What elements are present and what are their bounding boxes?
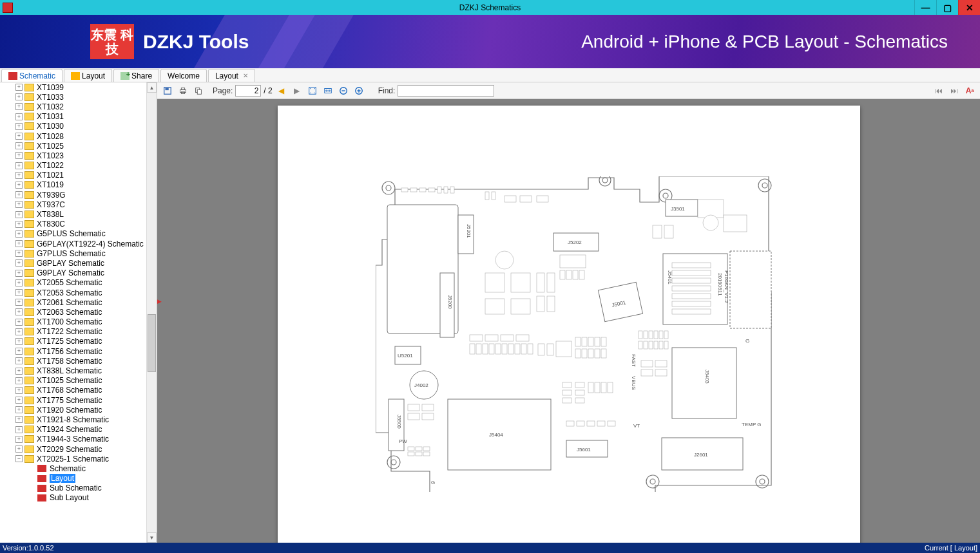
expand-icon[interactable]: + xyxy=(15,93,23,100)
tree-item[interactable]: +G7PLUS Schematic xyxy=(0,248,146,258)
tree-item[interactable]: +XT838L xyxy=(0,209,146,219)
print-button[interactable] xyxy=(177,84,189,97)
expand-icon[interactable]: + xyxy=(15,162,23,169)
tree-child-item[interactable]: Layout xyxy=(0,474,146,483)
tree-item[interactable]: +XT1025 Schematic xyxy=(0,376,146,386)
expand-icon[interactable]: + xyxy=(15,289,23,296)
tree-item[interactable]: +XT2053 Schematic xyxy=(0,288,146,297)
tree-item[interactable]: +XT1921-8 Schematic xyxy=(0,415,146,424)
tree-item[interactable]: +XT1030 xyxy=(0,122,146,131)
expand-icon[interactable]: + xyxy=(15,426,23,433)
tree-item[interactable]: +XT1725 Schematic xyxy=(0,337,146,346)
expand-icon[interactable]: + xyxy=(15,259,23,267)
collapse-icon[interactable]: − xyxy=(15,455,23,462)
tree-item[interactable]: +XT1924 Schematic xyxy=(0,425,146,435)
scroll-down-button[interactable]: ▼ xyxy=(147,532,157,543)
prev-page-button[interactable]: ◀ xyxy=(275,84,288,97)
zoom-in-button[interactable] xyxy=(352,84,365,97)
expand-icon[interactable]: + xyxy=(15,230,23,238)
expand-icon[interactable]: + xyxy=(15,338,23,345)
fit-page-button[interactable] xyxy=(306,84,319,97)
tab-schematic[interactable]: Schematic xyxy=(1,69,62,82)
expand-icon[interactable]: + xyxy=(15,142,23,149)
scroll-up-button[interactable]: ▲ xyxy=(147,82,157,93)
page-input[interactable] xyxy=(235,85,261,97)
expand-icon[interactable]: + xyxy=(15,152,23,159)
text-tool-button[interactable]: Aa xyxy=(963,84,976,97)
expand-icon[interactable]: + xyxy=(15,377,23,384)
minimize-button[interactable]: — xyxy=(914,0,936,15)
tree-item[interactable]: +XT1756 Schematic xyxy=(0,346,146,356)
expand-icon[interactable]: + xyxy=(15,240,23,247)
tree-item[interactable]: −XT2025-1 Schematic xyxy=(0,454,146,464)
expand-icon[interactable]: + xyxy=(15,250,23,257)
tree-item[interactable]: +XT1920 Schematic xyxy=(0,405,146,415)
tree-item[interactable]: +XT2029 Schematic xyxy=(0,444,146,454)
splitter-handle[interactable] xyxy=(157,296,161,304)
tree-item[interactable]: +XT1775 Schematic xyxy=(0,395,146,405)
tree-item[interactable]: +XT1025 xyxy=(0,141,146,151)
copy-button[interactable] xyxy=(192,84,205,97)
tab-layout-doc[interactable]: Layout✕ xyxy=(208,69,255,82)
expand-icon[interactable]: + xyxy=(15,279,23,286)
expand-icon[interactable]: + xyxy=(15,308,23,315)
tree-child-item[interactable]: Schematic xyxy=(0,464,146,473)
tree-item[interactable]: +XT2063 Schematic xyxy=(0,307,146,317)
close-button[interactable]: ✕ xyxy=(958,0,980,15)
expand-icon[interactable]: + xyxy=(15,319,23,326)
tree-item[interactable]: +XT1032 xyxy=(0,102,146,111)
expand-icon[interactable]: + xyxy=(15,84,23,91)
zoom-out-button[interactable] xyxy=(337,84,350,97)
tree-item[interactable]: +XT1033 xyxy=(0,92,146,102)
find-input[interactable] xyxy=(398,85,494,97)
expand-icon[interactable]: + xyxy=(15,397,23,404)
expand-icon[interactable]: + xyxy=(15,436,23,443)
tree-item[interactable]: +XT1722 Schematic xyxy=(0,327,146,337)
tree-item[interactable]: +G9PLAY Schematic xyxy=(0,268,146,278)
expand-icon[interactable]: + xyxy=(15,221,23,228)
expand-icon[interactable]: + xyxy=(15,191,23,198)
sidebar-scrollbar[interactable]: ▲ ▼ xyxy=(146,82,157,543)
document-viewer[interactable]: J5201 J5202 J3501 J5200 J5001 J5401 P160… xyxy=(157,99,980,543)
expand-icon[interactable]: + xyxy=(15,416,23,423)
tree-item[interactable]: +XT1039 xyxy=(0,82,146,92)
expand-icon[interactable]: + xyxy=(15,406,23,413)
expand-icon[interactable]: + xyxy=(15,172,23,179)
expand-icon[interactable]: + xyxy=(15,357,23,364)
tree-item[interactable]: +XT1021 xyxy=(0,171,146,180)
tree-child-item[interactable]: Sub Schematic xyxy=(0,483,146,493)
tree-item[interactable]: +XT937C xyxy=(0,200,146,209)
expand-icon[interactable]: + xyxy=(15,133,23,140)
tree-item[interactable]: +XT1022 xyxy=(0,161,146,171)
tree-item[interactable]: +XT2055 Schematic xyxy=(0,278,146,288)
expand-icon[interactable]: + xyxy=(15,445,23,453)
expand-icon[interactable]: + xyxy=(15,211,23,218)
tree-item[interactable]: +XT1019 xyxy=(0,180,146,190)
expand-icon[interactable]: + xyxy=(15,368,23,375)
tab-layout[interactable]: Layout xyxy=(64,69,112,82)
expand-icon[interactable]: + xyxy=(15,387,23,394)
tab-welcome[interactable]: Welcome xyxy=(160,69,207,82)
tree-item[interactable]: +XT939G xyxy=(0,190,146,200)
expand-icon[interactable]: + xyxy=(15,201,23,208)
tree-item[interactable]: +G8PLAY Schematic xyxy=(0,258,146,268)
tree-item[interactable]: +XT830C xyxy=(0,220,146,229)
tree-item[interactable]: +XT1944-3 Schematic xyxy=(0,435,146,444)
tree-item[interactable]: +XT1758 Schematic xyxy=(0,356,146,366)
save-button[interactable] xyxy=(161,84,174,97)
expand-icon[interactable]: + xyxy=(15,348,23,355)
expand-icon[interactable]: + xyxy=(15,328,23,335)
tree-item[interactable]: +XT1031 xyxy=(0,112,146,122)
tree-item[interactable]: +XT1028 xyxy=(0,131,146,141)
tab-share[interactable]: Share xyxy=(113,69,159,82)
tree-item[interactable]: +XT1768 Schematic xyxy=(0,386,146,395)
tree-item[interactable]: +XT2061 Schematic xyxy=(0,297,146,307)
find-prev-button[interactable]: ⏮ xyxy=(932,84,945,97)
maximize-button[interactable]: ▢ xyxy=(936,0,958,15)
tree-item[interactable]: +XT838L Schematic xyxy=(0,366,146,375)
tree-item[interactable]: +XT1023 xyxy=(0,151,146,160)
expand-icon[interactable]: + xyxy=(15,182,23,189)
tree-item[interactable]: +G6PLAY(XT1922-4) Schematic xyxy=(0,239,146,248)
expand-icon[interactable]: + xyxy=(15,123,23,130)
next-page-button[interactable]: ▶ xyxy=(291,84,303,97)
